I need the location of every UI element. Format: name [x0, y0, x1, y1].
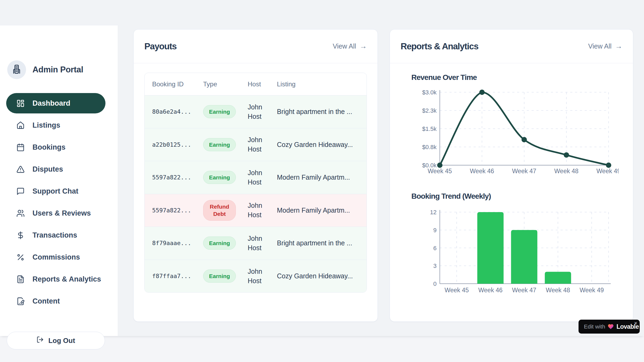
listing-cell: Cozy Garden Hideaway...: [277, 141, 367, 149]
bar: [545, 272, 571, 284]
svg-text:$3.0k: $3.0k: [422, 90, 437, 96]
percent-icon: [16, 253, 25, 261]
reports-header: Reports & Analytics View All →: [390, 29, 633, 63]
svg-text:Week 46: Week 46: [478, 287, 503, 294]
sidebar-item-dashboard[interactable]: Dashboard: [6, 93, 105, 113]
status-badge: Earning: [203, 171, 236, 184]
type-cell: Earning: [203, 105, 248, 118]
svg-text:Week 45: Week 45: [445, 287, 469, 294]
logout-icon: [36, 336, 44, 345]
data-point: [479, 90, 485, 95]
type-cell: Earning: [203, 269, 248, 283]
dollar-icon: [16, 231, 25, 239]
svg-text:6: 6: [433, 245, 437, 252]
table-row[interactable]: 5597a822... Refund Debt John Host Modern…: [145, 194, 367, 227]
bar: [477, 212, 504, 284]
table-row[interactable]: 80a6e2a4... Earning John Host Bright apa…: [145, 95, 367, 128]
payouts-table-header: Booking IDTypeHostListing: [145, 73, 367, 95]
type-cell: Refund Debt: [203, 200, 248, 221]
reports-title: Reports & Analytics: [401, 41, 478, 51]
sidebar-item-transactions[interactable]: Transactions: [6, 225, 105, 245]
payouts-table: Booking IDTypeHostListing 80a6e2a4... Ea…: [144, 73, 367, 293]
column-header-booking-id: Booking ID: [145, 80, 203, 88]
svg-text:Week 49: Week 49: [580, 287, 604, 294]
sidebar-item-bookings[interactable]: Bookings: [6, 137, 105, 157]
revenue-chart-title: Revenue Over Time: [411, 73, 477, 82]
svg-text:12: 12: [430, 209, 437, 216]
status-badge: Earning: [203, 138, 236, 151]
status-badge: Earning: [203, 105, 236, 118]
payouts-card: Payouts View All → Booking IDTypeHostLis…: [133, 29, 378, 322]
listing-cell: Bright apartment in the ...: [277, 239, 367, 247]
listing-cell: Bright apartment in the ...: [277, 108, 367, 116]
host-cell: John Host: [248, 201, 268, 220]
sidebar-item-content[interactable]: Content: [6, 291, 105, 311]
table-row[interactable]: f87ffaa7... Earning John Host Cozy Garde…: [145, 260, 367, 293]
sidebar-item-users-reviews[interactable]: Users & Reviews: [6, 203, 105, 223]
data-point: [437, 162, 442, 168]
file-text-icon: [16, 275, 25, 283]
column-header-type: Type: [203, 80, 248, 88]
booking-id-cell: 5597a822...: [145, 207, 203, 214]
host-cell: John Host: [248, 168, 268, 187]
svg-text:$1.5k: $1.5k: [422, 125, 437, 132]
sidebar-item-listings[interactable]: Listings: [6, 115, 105, 135]
table-row[interactable]: a22b0125... Earning John Host Cozy Garde…: [145, 128, 367, 161]
sidebar-item-reports-analytics[interactable]: Reports & Analytics: [6, 269, 105, 289]
type-cell: Earning: [203, 171, 248, 184]
sidebar-item-support-chat[interactable]: Support Chat: [6, 181, 105, 201]
close-icon[interactable]: ×: [634, 320, 637, 326]
home-icon: [16, 121, 25, 130]
status-badge: Earning: [203, 269, 236, 283]
payouts-title: Payouts: [144, 41, 177, 51]
listing-cell: Cozy Garden Hideaway...: [277, 272, 367, 280]
lovable-badge[interactable]: Edit with Lovable ×: [579, 320, 640, 334]
calendar-icon: [16, 143, 25, 152]
payouts-view-all-button[interactable]: View All →: [333, 42, 367, 50]
svg-text:Week 48: Week 48: [546, 287, 570, 294]
brand-name: Admin Portal: [32, 65, 83, 75]
booking-id-cell: 80a6e2a4...: [145, 108, 203, 115]
svg-text:0: 0: [433, 280, 437, 287]
svg-text:Week 45: Week 45: [428, 168, 452, 175]
logout-label: Log Out: [48, 337, 75, 345]
svg-text:Week 47: Week 47: [512, 287, 536, 294]
svg-text:Week 47: Week 47: [512, 168, 536, 175]
booking-id-cell: 5597a822...: [145, 174, 203, 181]
message-square-icon: [16, 187, 25, 195]
payouts-table-body: 80a6e2a4... Earning John Host Bright apa…: [145, 95, 367, 293]
host-cell: John Host: [248, 267, 268, 286]
data-point: [522, 137, 527, 142]
host-cell: John Host: [248, 135, 268, 154]
reports-card: Reports & Analytics View All → Revenue O…: [390, 29, 633, 322]
reports-view-all-button[interactable]: View All →: [588, 42, 622, 50]
booking-id-cell: 8f79aaae...: [145, 240, 203, 246]
column-header-host: Host: [248, 80, 277, 88]
data-point: [564, 152, 569, 158]
sidebar-item-disputes[interactable]: Disputes: [6, 159, 105, 179]
svg-text:$0.8k: $0.8k: [422, 144, 437, 150]
sidebar: Admin Portal Dashboard Listings Bookings…: [0, 25, 118, 336]
svg-text:Week 48: Week 48: [554, 168, 579, 175]
page: Admin Portal Dashboard Listings Bookings…: [0, 0, 644, 362]
table-row[interactable]: 8f79aaae... Earning John Host Bright apa…: [145, 227, 367, 260]
brand-avatar: [7, 60, 26, 79]
lovable-prefix: Edit with: [584, 323, 605, 330]
sidebar-nav: Dashboard Listings Bookings Disputes Sup…: [6, 93, 105, 311]
host-cell: John Host: [248, 234, 268, 253]
data-point: [606, 162, 611, 168]
table-row[interactable]: 5597a822... Earning John Host Modern Fam…: [145, 161, 367, 194]
type-cell: Earning: [203, 138, 248, 151]
building-icon: [12, 64, 22, 75]
column-header-listing: Listing: [277, 80, 367, 88]
booking-bar-chart: 036912Week 45Week 46Week 47Week 48Week 4…: [404, 208, 619, 294]
status-badge: Refund Debt: [203, 200, 236, 221]
logout-button[interactable]: Log Out: [7, 332, 105, 349]
view-all-label: View All: [333, 42, 356, 50]
sidebar-item-commissions[interactable]: Commissions: [6, 247, 105, 267]
alert-triangle-icon: [16, 165, 25, 173]
heart-icon: [608, 323, 614, 330]
users-icon: [16, 209, 25, 217]
svg-text:Week 49: Week 49: [597, 168, 619, 175]
arrow-right-icon: →: [360, 43, 367, 50]
